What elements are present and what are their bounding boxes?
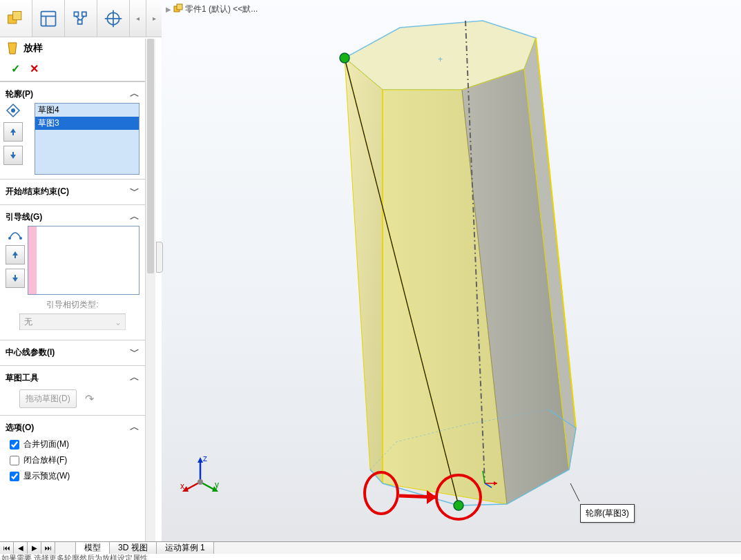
breadcrumb-expand-icon[interactable]: ▶ [166,6,171,13]
profiles-header[interactable]: 轮廓(P) ︿ [6,86,139,103]
panel-resize-handle[interactable] [156,242,163,273]
svg-point-14 [11,108,15,113]
panel-scrollbar[interactable] [145,39,155,545]
merge-faces-label: 合并切面(M) [23,438,69,450]
show-preview-checkbox-row[interactable]: 显示预览(W) [6,468,139,484]
svg-rect-5 [74,12,78,16]
guide-move-down-button[interactable] [6,269,25,288]
centerline-header[interactable]: 中心线参数(I) ﹀ [6,345,139,361]
profile-move-down-button[interactable] [3,146,23,165]
bottom-tab-bar: ⏮ ◀ ▶ ⏭ 模型 3D 视图 运动算例 1 [0,541,741,554]
part-icon [173,3,184,16]
graphics-area[interactable]: + [162,0,741,543]
view-triad[interactable]: z x y [180,454,221,496]
profiles-listbox[interactable]: 草图4 草图3 [35,103,139,175]
bottom-tab-model[interactable]: 模型 [76,542,110,554]
svg-text:z: z [203,454,207,463]
svg-marker-42 [198,457,203,463]
scrollbar-thumb[interactable] [147,39,154,273]
svg-rect-7 [78,19,82,23]
guides-header[interactable]: 引导线(G) ︿ [6,209,139,226]
guide-side-buttons [6,226,25,295]
tab-scroll-last[interactable]: ⏭ [41,542,55,554]
svg-point-33 [340,53,349,63]
manager-overflow-right[interactable]: ▸ [146,0,163,37]
manager-overflow-left[interactable]: ◂ [130,0,146,37]
guides-section: 引导线(G) ︿ 引导相切类型: 无 ⌄ [0,204,145,340]
guides-label: 引导线(G) [6,211,42,223]
start-end-header[interactable]: 开始/结束约束(C) ﹀ [6,184,139,200]
options-header[interactable]: 选项(O) ︿ [6,420,139,436]
chevron-up-icon: ︿ [130,371,139,384]
guide-tangent-label: 引导相切类型: [6,295,139,312]
loft-preview-model: + [162,0,741,539]
redo-icon: ↷ [85,392,94,405]
profile-item-0[interactable]: 草图4 [35,104,139,117]
chevron-up-icon: ︿ [130,421,139,434]
chevron-down-icon: ⌄ [115,318,122,327]
guides-listbox[interactable] [28,226,139,295]
tab-scroll-first[interactable]: ⏮ [0,542,14,554]
svg-point-34 [454,501,463,510]
svg-point-16 [19,237,22,240]
profiles-section: 轮廓(P) ︿ 草图4 草图3 [0,81,145,179]
breadcrumb-part-label[interactable]: 零件1 (默认) <<默... [185,3,258,15]
profile-item-1[interactable]: 草图3 [35,117,139,130]
bottom-tab-3dview[interactable]: 3D 视图 [110,542,157,554]
svg-rect-6 [82,12,86,16]
centerline-section: 中心线参数(I) ﹀ [0,340,145,365]
svg-rect-40 [177,4,182,10]
chevron-down-icon: ﹀ [130,346,139,358]
bottom-tab-motion1[interactable]: 运动算例 1 [157,542,214,554]
sketch-tools-section: 草图工具 ︿ 拖动草图(D) ↷ [0,365,145,415]
cancel-button[interactable]: ✕ [30,62,39,75]
loft-icon [6,41,19,55]
tab-scroll-prev[interactable]: ◀ [14,542,28,554]
ok-button[interactable]: ✓ [11,62,20,75]
svg-rect-1 [13,11,21,19]
profile-side-buttons [6,103,21,175]
svg-rect-2 [41,11,56,26]
tab-scroll-next[interactable]: ▶ [28,542,41,554]
chevron-down-icon: ﹀ [130,185,139,197]
svg-marker-18 [345,58,383,483]
confirm-row: ✓ ✕ [0,59,145,81]
options-label: 选项(O) [6,422,34,434]
close-loft-label: 闭合放样(F) [23,454,67,466]
configuration-manager-tab[interactable] [65,0,97,37]
guide-tangent-dropdown: 无 ⌄ [19,313,126,330]
guide-pinkbar [28,226,37,294]
profile-diamond-icon[interactable] [6,103,21,118]
sketch-tools-header[interactable]: 草图工具 ︿ [6,370,139,387]
svg-point-47 [198,479,203,485]
property-manager-panel: 放样 ✓ ✕ 轮廓(P) ︿ 草图4 [0,37,155,545]
breadcrumb: ▶ 零件1 (默认) <<默... [166,3,258,16]
show-preview-label: 显示预览(W) [23,470,70,482]
property-manager-tab[interactable] [32,0,65,37]
profile-move-up-button[interactable] [3,122,23,142]
merge-faces-checkbox-row[interactable]: 合并切面(M) [6,436,139,452]
close-loft-checkbox-row[interactable]: 闭合放样(F) [6,452,139,468]
svg-point-15 [8,237,11,240]
close-loft-checkbox[interactable] [10,456,19,465]
feature-title-row: 放样 [0,37,145,59]
guide-move-up-button[interactable] [6,245,25,264]
svg-text:x: x [180,481,184,491]
feature-manager-tab[interactable] [0,0,32,37]
origin-marker-top: + [438,55,443,64]
svg-line-28 [570,483,579,501]
sketch-tools-label: 草图工具 [6,372,39,384]
status-bar-text: 如果需要 选择更多轮廓然后为放样设定属性 [0,553,741,560]
dimxpert-manager-tab[interactable] [97,0,130,37]
start-end-section: 开始/结束约束(C) ﹀ [0,179,145,204]
guide-curve-icon[interactable] [8,226,23,241]
svg-text:y: y [215,480,219,490]
drag-sketch-button: 拖动草图(D) [19,389,77,408]
show-preview-checkbox[interactable] [10,472,19,481]
merge-faces-checkbox[interactable] [10,440,19,450]
feature-title: 放样 [23,42,43,55]
chevron-up-icon: ︿ [130,88,139,100]
profiles-label: 轮廓(P) [6,88,33,100]
options-section: 选项(O) ︿ 合并切面(M) 闭合放样(F) 显示预览(W) [0,415,145,488]
tooltip-text: 轮廓(草图3) [586,508,629,518]
